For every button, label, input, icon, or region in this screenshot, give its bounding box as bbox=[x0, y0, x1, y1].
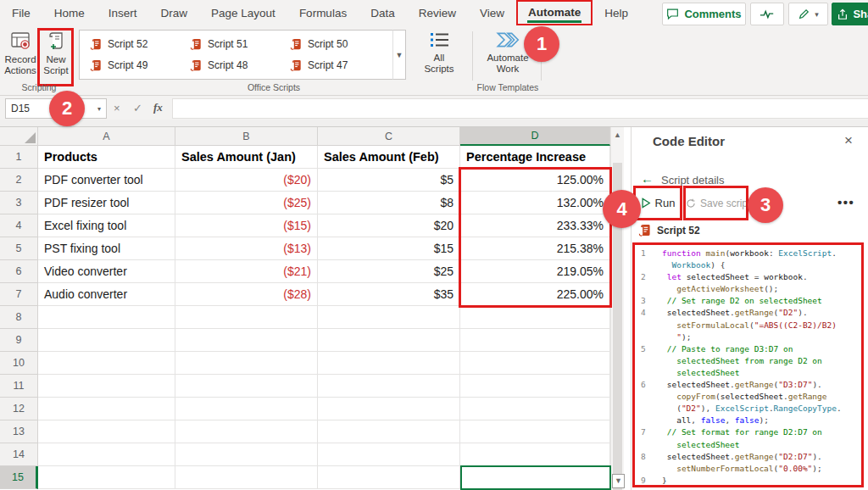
cell-C12[interactable] bbox=[318, 398, 460, 420]
cell-B7[interactable]: ($28) bbox=[175, 283, 318, 306]
tab-home[interactable]: Home bbox=[42, 0, 97, 25]
cell-B5[interactable]: ($13) bbox=[175, 237, 318, 260]
cell-C4[interactable]: $20 bbox=[318, 214, 460, 237]
run-button[interactable]: Run bbox=[633, 186, 682, 220]
cell-D9[interactable] bbox=[460, 329, 610, 352]
gallery-script-52[interactable]: Script 52 bbox=[86, 34, 186, 55]
tab-page-layout[interactable]: Page Layout bbox=[199, 0, 287, 25]
cell-B3[interactable]: ($25) bbox=[175, 192, 318, 214]
tab-automate[interactable]: Automate bbox=[516, 0, 593, 25]
tab-data[interactable]: Data bbox=[359, 0, 407, 25]
tab-insert[interactable]: Insert bbox=[97, 0, 149, 25]
cell-D2[interactable]: 125.00% bbox=[460, 169, 610, 192]
cell-B6[interactable]: ($21) bbox=[175, 260, 318, 283]
cell-A1[interactable]: Products bbox=[38, 146, 175, 169]
cell-D1[interactable]: Percentage Increase bbox=[460, 146, 610, 169]
tab-draw[interactable]: Draw bbox=[149, 0, 200, 25]
cell-C10[interactable] bbox=[318, 352, 460, 375]
cell-B9[interactable] bbox=[175, 329, 318, 352]
cell-D3[interactable]: 132.00% bbox=[460, 192, 610, 214]
cell-D15[interactable] bbox=[460, 466, 610, 489]
cell-C7[interactable]: $35 bbox=[318, 283, 460, 306]
cell-D14[interactable] bbox=[460, 443, 610, 466]
cancel-entry-button[interactable]: × bbox=[114, 98, 120, 117]
record-actions-button[interactable]: Record Actions bbox=[3, 30, 37, 75]
gallery-script-50[interactable]: Script 50 bbox=[287, 34, 387, 55]
save-script-button[interactable]: Save script bbox=[683, 186, 748, 220]
cell-A14[interactable] bbox=[38, 443, 175, 466]
cell-B12[interactable] bbox=[175, 398, 318, 420]
cell-A10[interactable] bbox=[38, 352, 175, 375]
cell-D11[interactable] bbox=[460, 375, 610, 398]
cell-D7[interactable]: 225.00% bbox=[460, 283, 610, 306]
cell-C15[interactable] bbox=[318, 466, 460, 489]
gallery-script-51[interactable]: Script 51 bbox=[186, 34, 287, 55]
column-header-A[interactable]: A bbox=[38, 127, 175, 146]
row-header-1[interactable]: 1 bbox=[0, 146, 38, 169]
cell-A6[interactable]: Video converter bbox=[38, 260, 175, 283]
automate-work-button[interactable]: Automate Work bbox=[478, 30, 537, 74]
cell-C2[interactable]: $5 bbox=[318, 169, 460, 192]
comments-button[interactable]: Comments bbox=[662, 3, 746, 25]
cell-D10[interactable] bbox=[460, 352, 610, 375]
cell-B2[interactable]: ($20) bbox=[175, 169, 318, 192]
cell-B1[interactable]: Sales Amount (Jan) bbox=[175, 146, 318, 169]
gallery-script-49[interactable]: Script 49 bbox=[86, 55, 186, 76]
row-header-5[interactable]: 5 bbox=[0, 237, 38, 260]
cell-A7[interactable]: Audio converter bbox=[38, 283, 175, 306]
cell-A13[interactable] bbox=[38, 420, 175, 443]
cell-D12[interactable] bbox=[460, 398, 610, 420]
cell-D6[interactable]: 219.05% bbox=[460, 260, 610, 283]
more-options-icon[interactable]: ••• bbox=[837, 195, 854, 209]
back-arrow-icon[interactable]: ← bbox=[641, 171, 654, 186]
tab-formulas[interactable]: Formulas bbox=[287, 0, 359, 25]
cell-B13[interactable] bbox=[175, 420, 318, 443]
row-header-6[interactable]: 6 bbox=[0, 260, 38, 283]
cell-A4[interactable]: Excel fixing tool bbox=[38, 214, 175, 237]
row-header-4[interactable]: 4 bbox=[0, 214, 38, 237]
row-header-14[interactable]: 14 bbox=[0, 443, 38, 466]
cell-C14[interactable] bbox=[318, 443, 460, 466]
gallery-more-button[interactable]: ▼ bbox=[392, 30, 406, 80]
cell-B8[interactable] bbox=[175, 306, 318, 329]
row-header-9[interactable]: 9 bbox=[0, 329, 38, 352]
select-all-corner[interactable] bbox=[0, 127, 38, 146]
cell-A8[interactable] bbox=[38, 306, 175, 329]
editing-mode-button[interactable]: ▾ bbox=[788, 3, 828, 25]
activity-button[interactable] bbox=[750, 3, 784, 25]
cell-D13[interactable] bbox=[460, 420, 610, 443]
share-button[interactable]: Share bbox=[832, 3, 868, 25]
cell-A2[interactable]: PDF converter tool bbox=[38, 169, 175, 192]
cell-C5[interactable]: $15 bbox=[318, 237, 460, 260]
cell-C8[interactable] bbox=[318, 306, 460, 329]
gallery-script-47[interactable]: Script 47 bbox=[287, 55, 387, 76]
cell-B11[interactable] bbox=[175, 375, 318, 398]
row-header-7[interactable]: 7 bbox=[0, 283, 38, 306]
row-header-2[interactable]: 2 bbox=[0, 169, 38, 192]
tab-help[interactable]: Help bbox=[593, 0, 640, 25]
row-header-3[interactable]: 3 bbox=[0, 192, 38, 214]
gallery-script-48[interactable]: Script 48 bbox=[186, 55, 287, 76]
code-area[interactable]: 1function main(workbook: ExcelScript. Wo… bbox=[632, 242, 864, 487]
cell-B4[interactable]: ($15) bbox=[175, 214, 318, 237]
cell-C11[interactable] bbox=[318, 375, 460, 398]
cell-A9[interactable] bbox=[38, 329, 175, 352]
close-icon[interactable]: × bbox=[844, 132, 853, 149]
cell-A15[interactable] bbox=[38, 466, 175, 489]
row-header-10[interactable]: 10 bbox=[0, 352, 38, 375]
vertical-scrollbar[interactable]: ▲ ▼ bbox=[610, 127, 624, 490]
all-scripts-button[interactable]: All Scripts bbox=[415, 30, 463, 74]
cell-C3[interactable]: $8 bbox=[318, 192, 460, 214]
cell-C1[interactable]: Sales Amount (Feb) bbox=[318, 146, 460, 169]
scroll-up-arrow[interactable]: ▲ bbox=[611, 131, 624, 139]
row-header-11[interactable]: 11 bbox=[0, 375, 38, 398]
cell-C13[interactable] bbox=[318, 420, 460, 443]
cell-D4[interactable]: 233.33% bbox=[460, 214, 610, 237]
cell-A12[interactable] bbox=[38, 398, 175, 420]
insert-function-button[interactable]: fx bbox=[153, 98, 163, 117]
cell-D8[interactable] bbox=[460, 306, 610, 329]
cell-B10[interactable] bbox=[175, 352, 318, 375]
column-header-C[interactable]: C bbox=[318, 127, 460, 146]
name-box[interactable]: D15 ▾ bbox=[5, 98, 107, 119]
column-header-B[interactable]: B bbox=[175, 127, 318, 146]
